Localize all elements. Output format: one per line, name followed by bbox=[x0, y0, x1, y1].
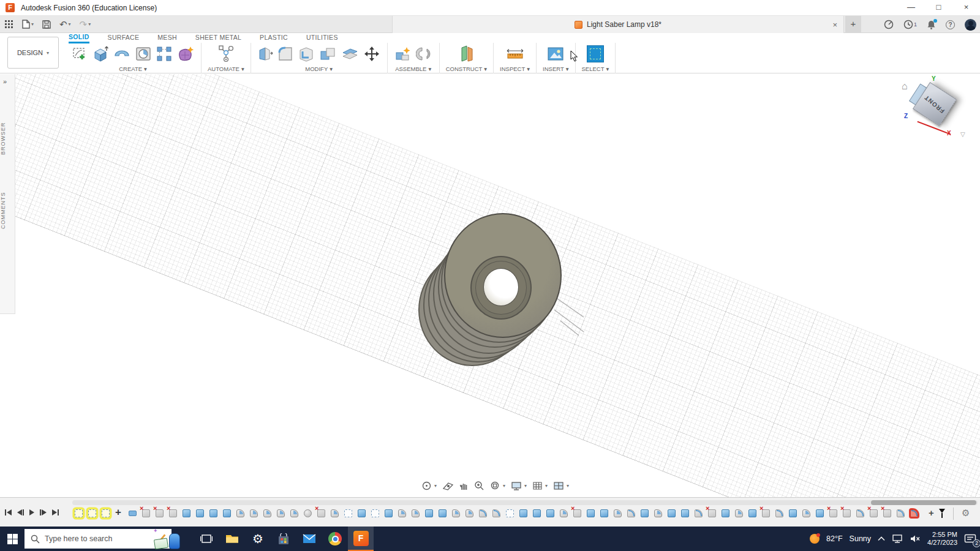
task-view-icon[interactable] bbox=[194, 527, 219, 551]
tray-chevron-icon[interactable] bbox=[878, 536, 885, 541]
search-input[interactable]: Type here to search bbox=[24, 529, 172, 549]
redo-button[interactable]: ↷▾ bbox=[80, 20, 91, 29]
network-icon[interactable] bbox=[892, 534, 903, 543]
timeline-feature-revolve-icon[interactable] bbox=[263, 509, 271, 517]
new-document-button[interactable]: + bbox=[845, 16, 861, 33]
modify-group-label[interactable]: MODIFY▾ bbox=[305, 66, 333, 72]
help-icon[interactable]: ? bbox=[946, 20, 955, 29]
timeline-feature-suppressed-icon[interactable] bbox=[169, 509, 177, 517]
combine-icon[interactable] bbox=[318, 45, 337, 62]
timeline-feature-revolve-icon[interactable] bbox=[802, 509, 810, 517]
action-center-icon[interactable]: 2 bbox=[964, 534, 976, 544]
timeline-feature-suppressed-icon[interactable] bbox=[708, 509, 716, 517]
construct-group-label[interactable]: CONSTRUCT▾ bbox=[446, 66, 487, 72]
job-status-icon[interactable]: 1 bbox=[903, 20, 917, 29]
display-settings-button[interactable]: ▾ bbox=[511, 481, 527, 491]
save-button[interactable] bbox=[42, 20, 51, 29]
undo-button[interactable]: ↶▾ bbox=[59, 20, 71, 29]
timeline-feature-extrude-icon[interactable] bbox=[358, 509, 366, 517]
timeline-feature-suppressed-icon[interactable] bbox=[156, 509, 164, 517]
automate-group-label[interactable]: AUTOMATE▾ bbox=[208, 66, 244, 72]
timeline-feature-extrude-icon[interactable] bbox=[196, 509, 204, 517]
construct-plane-icon[interactable] bbox=[457, 45, 475, 63]
file-menu-button[interactable]: ▾ bbox=[22, 20, 34, 29]
create-group-label[interactable]: CREATE▾ bbox=[119, 66, 147, 72]
extensions-icon[interactable] bbox=[884, 20, 894, 29]
move-copy-icon[interactable] bbox=[363, 45, 381, 63]
file-explorer-icon[interactable] bbox=[219, 527, 245, 551]
tab-utilities[interactable]: UTILITIES bbox=[306, 34, 338, 42]
timeline-feature-extrude-icon[interactable] bbox=[722, 509, 729, 517]
pattern-icon[interactable] bbox=[156, 45, 173, 62]
tab-surface[interactable]: SURFACE bbox=[108, 34, 140, 42]
timeline-feature-extrude-icon[interactable] bbox=[789, 509, 797, 517]
timeline-feature-extrude-icon[interactable] bbox=[385, 509, 393, 517]
timeline-feature-suppressed-icon[interactable] bbox=[762, 509, 770, 517]
timeline-feature-sketch-highlighted-icon[interactable] bbox=[88, 509, 96, 517]
automate-icon[interactable] bbox=[216, 45, 236, 63]
timeline-feature-extrude-icon[interactable] bbox=[439, 509, 447, 517]
timeline-feature-extrude-icon[interactable] bbox=[681, 509, 689, 517]
home-view-icon[interactable]: ⌂ bbox=[902, 81, 908, 92]
inspect-group-label[interactable]: INSPECT▾ bbox=[500, 66, 530, 72]
timeline-feature-suppressed-icon[interactable] bbox=[843, 509, 851, 517]
timeline-feature-suppressed-icon[interactable] bbox=[870, 509, 878, 517]
weather-desc[interactable]: Sunny bbox=[850, 534, 871, 543]
marker-move-icon[interactable]: + bbox=[929, 509, 934, 517]
document-tab[interactable]: Light Saber Lamp v18* × bbox=[392, 16, 844, 33]
tab-mesh[interactable]: MESH bbox=[157, 34, 177, 42]
document-tab-close-icon[interactable]: × bbox=[832, 20, 837, 29]
extrude-icon[interactable] bbox=[92, 45, 109, 62]
timeline-feature-fillet-icon[interactable] bbox=[897, 509, 905, 517]
timeline-feature-revolve-icon[interactable] bbox=[412, 509, 420, 517]
revolve-icon[interactable] bbox=[113, 46, 131, 62]
timeline-feature-sketch-icon[interactable] bbox=[371, 509, 379, 517]
viewports-button[interactable]: ▾ bbox=[553, 481, 569, 490]
timeline-scrollbar-thumb[interactable] bbox=[871, 500, 976, 505]
timeline-feature-suppressed-icon[interactable] bbox=[883, 509, 891, 517]
hole-icon[interactable] bbox=[135, 45, 152, 62]
fusion360-taskbar-icon[interactable]: F bbox=[348, 527, 374, 551]
model-viewport[interactable]: ⌂ FRONT Y Z X ▽ » BROWSER COMMENTS ▾ bbox=[0, 74, 980, 497]
timeline-feature-suppressed-icon[interactable] bbox=[829, 509, 837, 517]
timeline-feature-extrude-icon[interactable] bbox=[425, 509, 433, 517]
timeline-feature-suppressed-icon[interactable] bbox=[142, 509, 150, 517]
timeline-feature-sketch-icon[interactable] bbox=[344, 509, 352, 517]
timeline-feature-fillet-icon[interactable] bbox=[479, 509, 487, 517]
split-body-icon[interactable] bbox=[341, 45, 359, 62]
insert-group-label[interactable]: INSERT▾ bbox=[543, 66, 568, 72]
view-cube[interactable]: ⌂ FRONT Y Z X ▽ bbox=[895, 77, 969, 141]
expand-panel-icon[interactable]: » bbox=[3, 78, 7, 85]
view-cube-menu-icon[interactable]: ▽ bbox=[960, 131, 965, 138]
maximize-button[interactable]: □ bbox=[925, 0, 952, 16]
joint-icon[interactable] bbox=[416, 45, 433, 62]
volume-muted-icon[interactable] bbox=[910, 534, 921, 543]
play-button[interactable] bbox=[29, 509, 34, 515]
chrome-icon[interactable] bbox=[322, 527, 348, 551]
weather-sun-icon[interactable] bbox=[810, 534, 820, 544]
timeline-feature-revolve-icon[interactable] bbox=[654, 509, 662, 517]
settings-gear-icon[interactable]: ⚙ bbox=[245, 527, 271, 551]
timeline-feature-revolve-icon[interactable] bbox=[398, 509, 406, 517]
timeline-feature-extrude-icon[interactable] bbox=[533, 509, 541, 517]
step-forward-button[interactable] bbox=[40, 509, 47, 515]
timeline-feature-extrude-icon[interactable] bbox=[748, 509, 756, 517]
fit-button[interactable]: ▾ bbox=[490, 481, 505, 491]
microsoft-store-icon[interactable] bbox=[271, 527, 296, 551]
pan-button[interactable] bbox=[459, 481, 469, 491]
model-body[interactable] bbox=[407, 206, 591, 408]
timeline-feature-extrude-icon[interactable] bbox=[641, 509, 649, 517]
timeline-feature-extrude-icon[interactable] bbox=[600, 509, 608, 517]
workspace-selector[interactable]: DESIGN ▾ bbox=[7, 37, 59, 69]
timeline-feature-fillet-icon[interactable] bbox=[775, 509, 783, 517]
press-pull-icon[interactable] bbox=[257, 45, 273, 62]
timeline-feature-suppressed-icon[interactable] bbox=[317, 509, 325, 517]
close-button[interactable]: × bbox=[952, 0, 980, 16]
timeline-feature-revolve-icon[interactable] bbox=[735, 509, 743, 517]
select-group-label[interactable]: SELECT▾ bbox=[582, 66, 609, 72]
timeline-feature-move-icon[interactable] bbox=[115, 509, 123, 517]
timeline-feature-extrude-icon[interactable] bbox=[519, 509, 527, 517]
grid-snaps-button[interactable]: ▾ bbox=[532, 481, 548, 490]
tab-solid[interactable]: SOLID bbox=[69, 33, 89, 43]
timeline-settings-gear-icon[interactable]: ⚙ bbox=[962, 508, 970, 519]
